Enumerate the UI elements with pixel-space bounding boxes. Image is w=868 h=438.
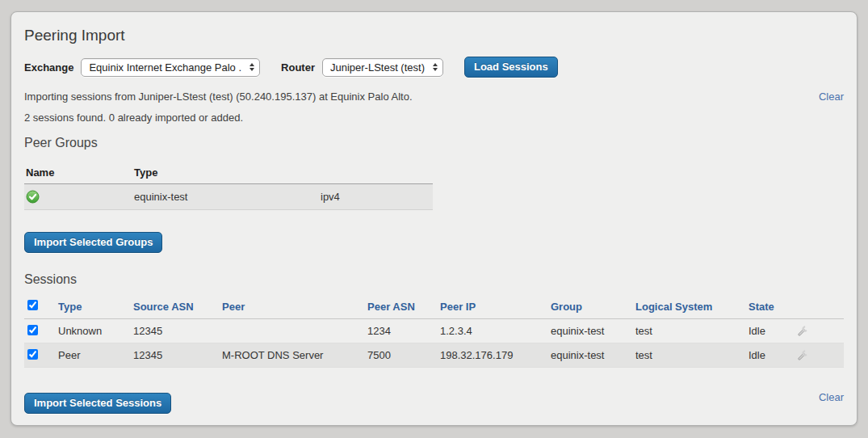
select-all-checkbox[interactable] [27,300,38,310]
column-header-peer: Peer [220,297,366,319]
peer-groups-heading: Peer Groups [24,136,844,150]
sessions-header-row: Type Source ASN Peer Peer ASN Peer IP Gr… [24,297,844,319]
import-selected-groups-button[interactable]: Import Selected Groups [24,232,162,253]
session-peer-asn-cell: 1234 [366,319,438,343]
session-checkbox[interactable] [27,349,38,360]
sessions-heading: Sessions [24,272,844,287]
wrench-icon[interactable] [796,325,809,338]
session-group-cell: equinix-test [549,319,634,343]
session-edit-cell [791,343,844,368]
column-header-source-asn: Source ASN [132,297,220,319]
column-header-state: State [747,297,791,319]
session-edit-cell [791,319,844,343]
clear-link-bottom[interactable]: Clear [819,391,844,403]
session-logical-system-cell: test [634,319,747,343]
session-state-cell: Idle [747,319,791,343]
status-row: Importing sessions from Juniper-LStest (… [24,91,844,103]
session-group-cell: equinix-test [549,343,634,368]
group-type-cell: ipv4 [319,184,433,210]
group-name-cell: equinix-test [132,184,319,210]
exchange-select[interactable]: Equinix Internet Exchange Palo . [81,58,260,77]
session-peer-ip-cell: 198.32.176.179 [438,343,549,368]
import-selected-sessions-button[interactable]: Import Selected Sessions [24,393,171,414]
session-type-cell: Unknown [57,319,132,343]
clear-link-top[interactable]: Clear [819,91,844,103]
column-header-type: Type [57,297,132,319]
check-circle-icon [26,190,40,204]
session-logical-system-cell: test [634,343,747,368]
sessions-table: Type Source ASN Peer Peer ASN Peer IP Gr… [24,297,844,368]
column-header-group: Group [549,297,634,319]
column-header-type: Type [132,164,319,184]
column-header-name: Name [24,164,132,184]
import-form-row: Exchange Equinix Internet Exchange Palo … [24,57,844,78]
session-peer-cell [220,319,366,343]
session-state-cell: Idle [747,343,791,368]
session-peer-ip-cell: 1.2.3.4 [438,319,549,343]
peering-import-panel: Peering Import Exchange Equinix Internet… [10,11,858,426]
column-header-peer-asn: Peer ASN [366,297,438,319]
session-peer-cell: M-ROOT DNS Server [220,343,366,368]
peer-groups-header-row: Name Type [24,164,433,184]
column-header-empty [319,164,433,184]
import-status-text: Importing sessions from Juniper-LStest (… [24,91,413,103]
router-label: Router [281,61,315,74]
sessions-found-text: 2 sessions found. 0 already imported or … [24,112,844,124]
session-source-asn-cell: 12345 [132,343,220,368]
router-select-value: Juniper-LStest (test) [330,61,425,74]
column-header-logical-system: Logical System [634,297,747,319]
session-checkbox[interactable] [27,325,38,335]
group-status-cell [24,184,132,210]
session-type-cell: Peer [57,343,132,368]
page-title: Peering Import [24,27,844,44]
exchange-select-value: Equinix Internet Exchange Palo . [89,61,241,74]
peer-groups-table: Name Type equinix-test ipv4 [24,164,433,210]
session-peer-asn-cell: 7500 [366,343,438,368]
select-arrows-icon [433,63,438,71]
select-arrows-icon [249,63,254,71]
exchange-label: Exchange [24,61,73,74]
wrench-icon[interactable] [796,349,809,362]
load-sessions-button[interactable]: Load Sessions [464,57,558,78]
footer-row: Import Selected Sessions Clear [24,393,844,414]
column-header-peer-ip: Peer IP [438,297,549,319]
session-source-asn-cell: 12345 [132,319,220,343]
peer-group-row[interactable]: equinix-test ipv4 [24,184,433,210]
router-select[interactable]: Juniper-LStest (test) [322,58,443,77]
session-row: Peer 12345 M-ROOT DNS Server 7500 198.32… [24,343,844,368]
session-row: Unknown 12345 1234 1.2.3.4 equinix-test … [24,319,844,343]
